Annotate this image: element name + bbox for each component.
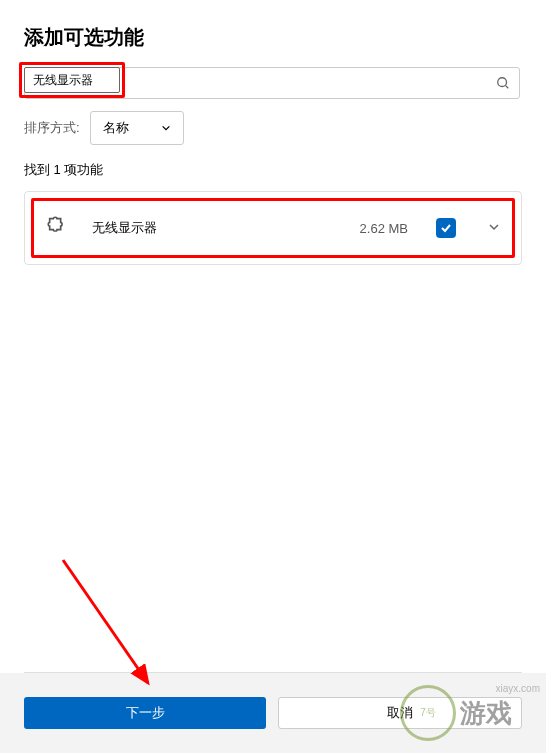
sort-dropdown[interactable]: 名称: [90, 111, 184, 145]
svg-line-1: [506, 86, 509, 89]
results-list: 无线显示器 2.62 MB: [24, 191, 522, 265]
feature-size: 2.62 MB: [360, 221, 408, 236]
cancel-button[interactable]: 取消: [278, 697, 522, 729]
footer: 下一步 取消: [0, 673, 546, 753]
chevron-down-icon[interactable]: [480, 219, 500, 237]
puzzle-icon: [46, 215, 68, 241]
sort-label: 排序方式:: [24, 119, 80, 137]
annotation-highlight-result: 无线显示器 2.62 MB: [31, 198, 515, 258]
search-icon[interactable]: [496, 76, 510, 90]
page-title: 添加可选功能: [24, 24, 522, 51]
feature-name: 无线显示器: [92, 219, 336, 237]
search-input-highlighted[interactable]: [24, 67, 120, 93]
list-item[interactable]: 无线显示器 2.62 MB: [36, 203, 510, 253]
annotation-highlight-search: [19, 62, 125, 98]
next-button[interactable]: 下一步: [24, 697, 266, 729]
results-count: 找到 1 项功能: [0, 153, 546, 191]
chevron-down-icon: [161, 121, 171, 136]
svg-point-0: [498, 78, 507, 87]
feature-checkbox[interactable]: [436, 218, 456, 238]
svg-line-3: [63, 560, 148, 683]
sort-selected: 名称: [103, 119, 129, 137]
